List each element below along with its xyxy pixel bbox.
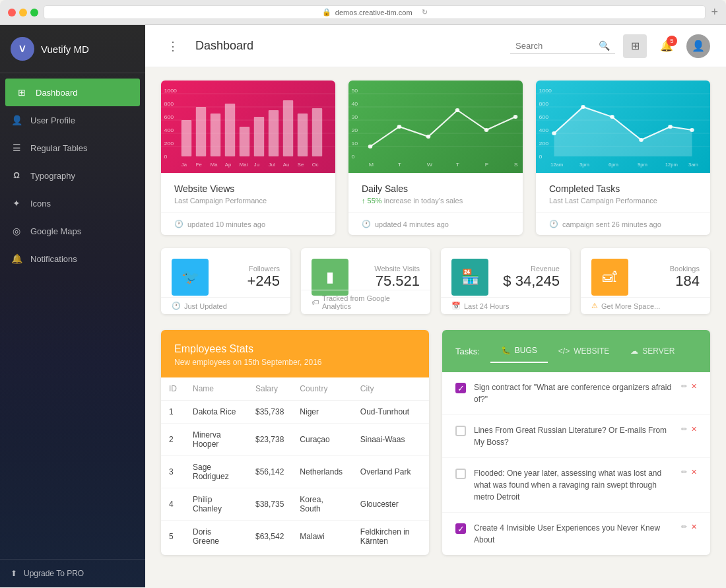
task-2-delete-button[interactable]: ✕ (691, 425, 697, 434)
employees-header: Employees Stats New employees on 15th Se… (161, 330, 429, 377)
task-3-text: Flooded: One year later, assessing what … (474, 467, 673, 503)
search-input[interactable] (515, 41, 595, 51)
svg-text:600: 600 (539, 114, 548, 120)
sidebar-item-regular-tables[interactable]: ☰ Regular Tables (0, 134, 145, 162)
completed-tasks-footer: 🕐 campaign sent 26 minutes ago (536, 212, 710, 235)
refresh-icon[interactable]: ↻ (422, 8, 428, 16)
user-avatar-button[interactable]: 👤 (686, 34, 710, 58)
tab-server-label: SERVER (642, 346, 675, 356)
employees-table-head: ID Name Salary Country City (161, 377, 429, 401)
website-views-body: Website Views Last Campaign Performance (161, 173, 335, 212)
task-3-edit-button[interactable]: ✏ (681, 468, 687, 476)
sidebar: V Vuetify MD ⊞ Dashboard 👤 User Profile … (0, 25, 145, 587)
svg-rect-19 (298, 114, 308, 156)
followers-label: Followers (218, 265, 280, 273)
svg-text:3pm: 3pm (579, 162, 589, 168)
task-2-edit-button[interactable]: ✏ (681, 425, 687, 434)
sidebar-item-typography[interactable]: Ω Typography (0, 162, 145, 189)
row1-name: Dakota Rice (185, 401, 248, 424)
svg-text:400: 400 (539, 127, 548, 133)
row1-country: Niger (292, 401, 352, 424)
maximize-dot[interactable] (30, 9, 38, 16)
svg-text:400: 400 (164, 127, 174, 133)
row4-city: Gloucester (352, 488, 429, 521)
task-4-delete-button[interactable]: ✕ (691, 523, 697, 531)
task-1-checkbox[interactable]: ✓ (455, 383, 466, 393)
followers-info: Followers +245 (218, 265, 280, 290)
tab-server[interactable]: ☁ SERVER (620, 340, 685, 362)
completed-tasks-chart: 1000 800 600 400 200 0 (536, 81, 710, 173)
close-dot[interactable] (8, 9, 16, 16)
sidebar-item-typography-label: Typography (30, 171, 75, 181)
upgrade-button[interactable]: ⬆ Upgrade To PRO (0, 559, 145, 587)
followers-value: +245 (218, 273, 280, 290)
row1-salary: $35,738 (248, 401, 292, 424)
row4-name: Philip Chanley (185, 488, 248, 521)
svg-text:12am: 12am (550, 162, 563, 168)
sidebar-logo: V Vuetify MD (0, 25, 145, 73)
task-3-delete-button[interactable]: ✕ (691, 468, 697, 476)
row3-name: Sage Rodriguez (185, 456, 248, 488)
task-3-checkbox[interactable] (455, 469, 466, 479)
svg-text:50: 50 (351, 87, 358, 94)
header-left: ⋮ Dashboard (161, 34, 253, 58)
col-country: Country (292, 377, 352, 401)
row5-name: Doris Greene (185, 521, 248, 553)
website-views-card: 1000 800 600 400 200 0 (161, 81, 335, 235)
sidebar-item-icons[interactable]: ✦ Icons (0, 189, 145, 217)
sidebar-item-google-maps[interactable]: ◎ Google Maps (0, 217, 145, 245)
svg-rect-13 (211, 114, 220, 156)
row2-salary: $23,738 (248, 424, 292, 456)
svg-point-45 (455, 108, 460, 112)
svg-text:Se: Se (298, 162, 304, 168)
svg-point-42 (368, 145, 373, 148)
task-1-delete-button[interactable]: ✕ (691, 382, 697, 391)
map-pin-icon: ◎ (11, 225, 22, 237)
new-tab-button[interactable]: + (711, 5, 718, 19)
task-2-checkbox[interactable] (455, 426, 466, 436)
sidebar-item-dashboard[interactable]: ⊞ Dashboard (5, 79, 140, 106)
sidebar-item-user-profile-label: User Profile (30, 115, 75, 125)
menu-button[interactable]: ⋮ (161, 34, 185, 58)
employees-card: Employees Stats New employees on 15th Se… (161, 330, 429, 555)
notifications-button[interactable]: 🔔 5 (655, 34, 678, 58)
task-4-checkbox[interactable]: ✓ (455, 523, 466, 534)
main-area: ⋮ Dashboard 🔍 ⊞ 🔔 5 👤 (145, 25, 726, 587)
svg-text:800: 800 (539, 100, 548, 107)
row4-country: Korea, South (292, 488, 352, 521)
website-visits-value: 75.521 (358, 273, 420, 290)
tab-website-label: WEBSITE (574, 346, 609, 356)
svg-text:M: M (369, 161, 374, 168)
sidebar-item-icons-label: Icons (30, 199, 51, 209)
twitter-bird-icon: 🐦 (182, 269, 199, 286)
grid-view-button[interactable]: ⊞ (623, 34, 647, 58)
svg-rect-12 (196, 107, 206, 156)
task-1-edit-button[interactable]: ✏ (681, 382, 687, 391)
employees-table: ID Name Salary Country City 1 Dakota Ric… (161, 377, 429, 552)
list-item: ✓ Create 4 Invisible User Experiences yo… (442, 513, 710, 555)
tab-website[interactable]: </> WEBSITE (548, 340, 620, 362)
svg-point-43 (397, 125, 402, 129)
content-area: 1000 800 600 400 200 0 (145, 67, 726, 587)
svg-rect-18 (283, 100, 293, 156)
daily-sales-arrow: ↑ (362, 197, 368, 205)
daily-sales-title: Daily Sales (362, 183, 510, 194)
svg-point-68 (610, 115, 614, 119)
svg-text:9pm: 9pm (638, 162, 647, 168)
website-views-subtitle: Last Campaign Performance (174, 197, 322, 205)
sidebar-item-user-profile[interactable]: 👤 User Profile (0, 106, 145, 134)
search-icon[interactable]: 🔍 (599, 40, 610, 51)
task-4-actions: ✏ ✕ (681, 523, 697, 531)
user-avatar-icon: 👤 (692, 40, 705, 52)
url-bar[interactable]: 🔒 demos.creative-tim.com ↻ (44, 5, 706, 19)
minimize-dot[interactable] (19, 9, 27, 16)
sidebar-item-notifications[interactable]: 🔔 Notifications (0, 245, 145, 273)
task-4-edit-button[interactable]: ✏ (681, 523, 687, 531)
svg-rect-14 (225, 104, 235, 156)
completed-tasks-card: 1000 800 600 400 200 0 (536, 81, 710, 235)
calendar-icon: 📅 (451, 302, 461, 310)
tab-bugs[interactable]: 🐛 BUGS (490, 339, 548, 363)
code-icon: </> (558, 346, 570, 356)
employees-title: Employees Stats (174, 343, 416, 355)
header: ⋮ Dashboard 🔍 ⊞ 🔔 5 👤 (145, 25, 726, 67)
